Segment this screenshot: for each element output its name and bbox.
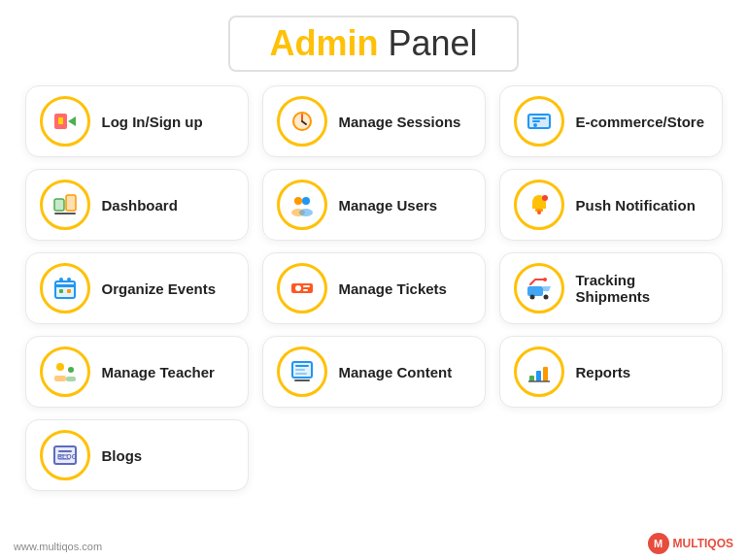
svg-rect-52 <box>543 367 548 381</box>
svg-point-28 <box>67 278 71 281</box>
svg-rect-31 <box>291 283 313 293</box>
svg-rect-30 <box>67 289 71 293</box>
svg-rect-14 <box>66 195 76 211</box>
card-manage-users[interactable]: Manage Users <box>262 169 486 241</box>
push-notification-label: Push Notification <box>576 197 696 214</box>
svg-rect-50 <box>529 376 534 381</box>
page-title: Admin Panel <box>228 16 518 72</box>
card-tracking-shipments[interactable]: Tracking Shipments <box>499 252 723 324</box>
svg-rect-41 <box>54 376 66 381</box>
svg-rect-35 <box>527 286 543 296</box>
manage-tickets-label: Manage Tickets <box>339 280 447 297</box>
organize-events-label: Organize Events <box>102 280 217 297</box>
svg-point-40 <box>56 363 64 371</box>
dashboard-label: Dashboard <box>102 197 178 214</box>
main-container: Admin Panel Log In/Sign up Manage Sessio… <box>0 0 747 560</box>
svg-point-27 <box>59 278 63 281</box>
manage-sessions-label: Manage Sessions <box>339 114 461 130</box>
svg-point-18 <box>302 197 310 205</box>
svg-rect-51 <box>536 371 541 381</box>
svg-text:BLOG: BLOG <box>57 453 78 460</box>
svg-rect-46 <box>295 365 309 367</box>
ecommerce-store-icon <box>514 96 564 147</box>
svg-rect-16 <box>54 213 76 214</box>
svg-rect-26 <box>55 284 75 287</box>
svg-point-39 <box>543 278 547 281</box>
blogs-label: Blogs <box>102 447 143 464</box>
svg-rect-24 <box>55 281 75 298</box>
manage-teacher-label: Manage Teacher <box>102 364 215 380</box>
card-manage-sessions[interactable]: Manage Sessions <box>262 85 486 157</box>
tracking-shipments-label: Tracking Shipments <box>576 272 708 305</box>
title-admin: Admin <box>269 23 378 63</box>
svg-point-38 <box>543 295 548 300</box>
footer-logo: M MULTIQOS <box>648 533 733 554</box>
manage-content-icon <box>277 346 327 397</box>
svg-rect-11 <box>532 120 540 122</box>
ecommerce-store-label: E-commerce/Store <box>576 114 705 130</box>
login-signup-icon <box>40 96 90 147</box>
logo-text: MULTIQOS <box>673 537 733 550</box>
svg-marker-36 <box>543 286 551 291</box>
footer-website: www.multiqos.com <box>14 541 102 552</box>
svg-point-42 <box>68 367 74 373</box>
card-push-notification[interactable]: Push Notification <box>499 169 723 241</box>
push-notification-icon <box>514 180 564 230</box>
card-manage-tickets[interactable]: Manage Tickets <box>262 252 486 324</box>
manage-users-label: Manage Users <box>339 197 438 214</box>
svg-rect-49 <box>294 379 310 381</box>
card-blogs[interactable]: BLOG Blogs <box>25 419 249 491</box>
svg-rect-56 <box>58 450 72 452</box>
card-organize-events[interactable]: Organize Events <box>25 252 249 324</box>
dashboard-icon <box>40 180 90 230</box>
card-dashboard[interactable]: Dashboard <box>25 169 249 241</box>
svg-rect-10 <box>532 117 546 119</box>
logo-icon: M <box>648 533 669 554</box>
svg-rect-12 <box>54 199 64 211</box>
svg-rect-43 <box>66 377 76 381</box>
card-login-signup[interactable]: Log In/Sign up <box>25 85 249 157</box>
manage-teacher-icon <box>40 346 90 397</box>
svg-rect-48 <box>295 373 307 375</box>
manage-sessions-icon <box>277 96 327 147</box>
login-signup-label: Log In/Sign up <box>102 114 203 130</box>
svg-rect-47 <box>295 369 305 371</box>
manage-users-icon <box>277 180 327 230</box>
svg-rect-33 <box>303 285 310 287</box>
card-ecommerce-store[interactable]: E-commerce/Store <box>499 85 723 157</box>
organize-events-icon <box>40 263 90 313</box>
svg-point-20 <box>299 209 313 216</box>
svg-point-23 <box>542 195 548 201</box>
svg-marker-2 <box>68 116 76 126</box>
svg-point-17 <box>294 197 302 205</box>
manage-content-label: Manage Content <box>339 364 453 380</box>
svg-point-22 <box>537 211 541 214</box>
svg-rect-1 <box>58 117 63 124</box>
card-reports[interactable]: Reports <box>499 336 723 408</box>
reports-icon <box>514 346 564 397</box>
tracking-shipments-icon <box>514 263 564 313</box>
reports-label: Reports <box>576 364 631 380</box>
title-panel: Panel <box>378 23 477 63</box>
blogs-icon: BLOG <box>40 430 90 480</box>
svg-rect-29 <box>59 289 63 293</box>
svg-point-9 <box>533 123 537 127</box>
cards-grid: Log In/Sign up Manage Sessions E-commerc… <box>25 85 723 491</box>
card-manage-content[interactable]: Manage Content <box>262 336 486 408</box>
svg-point-32 <box>295 285 301 291</box>
manage-tickets-icon <box>277 263 327 313</box>
svg-rect-34 <box>303 289 308 291</box>
svg-point-37 <box>529 295 534 300</box>
card-manage-teacher[interactable]: Manage Teacher <box>25 336 249 408</box>
